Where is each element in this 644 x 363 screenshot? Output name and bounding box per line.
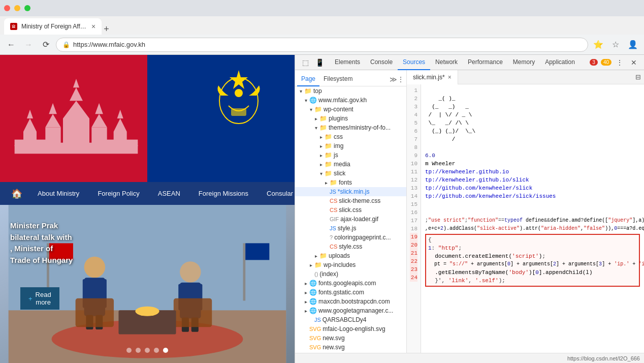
slider-dot-4[interactable]	[154, 348, 159, 353]
slider-dot-5[interactable]	[163, 348, 168, 353]
tab-memory[interactable]: Memory	[508, 55, 540, 70]
tree-label-slick: slick	[334, 170, 345, 177]
close-window-btn[interactable]	[4, 5, 10, 11]
code-tab-close-button[interactable]: ×	[448, 74, 452, 81]
tree-node-plugins[interactable]: ▸ 📁 plugins	[295, 114, 406, 123]
tree-node-uploads[interactable]: ▸ 📁 uploads	[295, 251, 406, 260]
maximize-window-btn[interactable]	[24, 5, 30, 11]
tab-console[interactable]: Console	[365, 55, 398, 70]
tree-node-css[interactable]: ▸ 📁 css	[295, 132, 406, 141]
line-num-24: 24	[410, 274, 417, 282]
tree-node-gstatic[interactable]: ▸ 🌐 fonts.gstatic.com	[295, 288, 406, 297]
devtools-inspect-button[interactable]: ⬚	[299, 56, 311, 69]
tab-elements[interactable]: Elements	[330, 55, 365, 70]
tree-node-domain[interactable]: ▾ 🌐 www.mfaic.gov.kh	[295, 96, 406, 105]
extensions-button[interactable]: ⭐	[591, 38, 605, 52]
tree-node-fonts-google[interactable]: ▸ 🌐 fonts.googleapis.com	[295, 279, 406, 288]
expand-icon-wp-includes: ▸	[307, 262, 314, 268]
tree-node-new-svg-1[interactable]: SVG new.svg	[295, 334, 406, 343]
tree-label-wp: wp-content	[324, 106, 353, 113]
code-line-5: \_ _/ /\ \	[425, 119, 640, 127]
devtools-more-button[interactable]: ✕	[628, 56, 640, 69]
tree-node-ajax-loader[interactable]: GIF ajax-loader.gif	[295, 215, 406, 224]
tree-label-slick-theme: slick-theme.css	[339, 197, 380, 204]
tree-node-top[interactable]: ▾ 📁 top	[295, 86, 406, 96]
tree-node-img[interactable]: ▸ 📁 img	[295, 141, 406, 150]
code-editor[interactable]: 1 2 3 4 5 6 7 8 9 10 11 12 13 14	[407, 84, 644, 353]
line-num-3: 3	[410, 103, 417, 111]
menu-consular-service[interactable]: Consular Service	[257, 182, 295, 205]
slider-dot-1[interactable]	[126, 348, 132, 353]
forward-button[interactable]: →	[21, 38, 36, 52]
back-button[interactable]: ←	[4, 38, 18, 52]
new-tab-button[interactable]: +	[104, 24, 109, 35]
tab-application[interactable]: Application	[540, 55, 580, 70]
slider-dot-3[interactable]	[145, 348, 150, 353]
line-num-23: 23	[410, 265, 417, 274]
account-button[interactable]: 👤	[626, 38, 640, 52]
code-line-12: tp://kenwheeler.github.io/slick	[425, 176, 640, 184]
svg-marker-12	[91, 114, 107, 127]
code-line-14: tp://github.com/kenwheeler/slick/issues	[425, 192, 640, 200]
tab-close-button[interactable]: ×	[91, 22, 95, 31]
file-icon-new2: SVG	[309, 344, 321, 350]
tree-node-media[interactable]: ▸ 📁 media	[295, 160, 406, 169]
tree-node-js[interactable]: ▸ 📁 js	[295, 150, 406, 160]
home-icon[interactable]: 🏠	[5, 188, 28, 199]
expand-icon-top: ▾	[297, 88, 304, 94]
tree-node-index[interactable]: () (index)	[295, 269, 406, 279]
tree-node-slick-css[interactable]: CS slick.css	[295, 205, 406, 215]
tree-node-new-svg-2[interactable]: SVG new.svg	[295, 343, 406, 352]
tab-network[interactable]: Network	[430, 55, 463, 70]
folder-icon-top: 📁	[304, 87, 312, 95]
tree-tab-page[interactable]: Page	[297, 72, 319, 86]
bookmark-button[interactable]: ☆	[608, 38, 623, 52]
svg-marker-21	[230, 70, 248, 89]
active-tab[interactable]: 🏛 Ministry of Foreign Affairs an... ×	[4, 18, 102, 35]
tree-node-wp-content[interactable]: ▾ 📁 wp-content	[295, 105, 406, 114]
code-tab-slick[interactable]: slick.min.js* ×	[407, 70, 458, 84]
reload-button[interactable]: ⟳	[39, 38, 53, 52]
tree-node-gtm[interactable]: ▸ 🌐 www.googletagmanager.c...	[295, 306, 406, 315]
tree-node-style-css[interactable]: CS style.css	[295, 242, 406, 251]
tab-sources[interactable]: Sources	[398, 55, 430, 70]
address-bar[interactable]: 🔒 https://www.mfaic.gov.kh	[56, 38, 588, 52]
line-num-19: 19	[410, 233, 417, 241]
code-line-19: {	[428, 236, 637, 244]
line-numbers: 1 2 3 4 5 6 7 8 9 10 11 12 13 14	[407, 84, 421, 353]
tree-node-fonts[interactable]: ▸ 📁 fonts	[295, 178, 406, 187]
tree-node-slick-theme[interactable]: CS slick-theme.css	[295, 196, 406, 205]
tree-node-slick[interactable]: ▾ 📁 slick	[295, 169, 406, 178]
code-panel-toggle[interactable]: ⊟	[632, 70, 644, 84]
tree-label-ajax: ajax-loader.gif	[340, 216, 378, 223]
read-more-plus-icon: +	[28, 295, 33, 302]
tree-node-style-js[interactable]: JS style.js	[295, 224, 406, 233]
royal-emblem	[213, 65, 264, 136]
tree-node-logo[interactable]: SVG mfaic-Logo-english.svg	[295, 324, 406, 334]
tree-node-wp-includes[interactable]: ▸ 📁 wp-includes	[295, 260, 406, 269]
menu-foreign-missions[interactable]: Foreign Missions	[189, 182, 257, 205]
tab-performance[interactable]: Performance	[463, 55, 508, 70]
hero-text: Minister Prak bilateral talk with , Mini…	[10, 220, 73, 266]
menu-asean[interactable]: ASEAN	[149, 182, 189, 205]
tree-node-coloring[interactable]: ? coloringpageprint.c...	[295, 233, 406, 242]
tree-tab-filesystem[interactable]: Filesystem	[319, 72, 357, 86]
line-num-21: 21	[410, 249, 417, 257]
devtools-settings-button[interactable]: ⋮	[614, 56, 626, 69]
slider-dot-2[interactable]	[136, 348, 141, 353]
tree-label-js: js	[334, 152, 338, 159]
tree-node-maxcdn[interactable]: ▸ 🌐 maxcdn.bootstrapcdn.com	[295, 297, 406, 306]
devtools-mobile-button[interactable]: 📱	[313, 56, 326, 69]
tree-node-qar[interactable]: JS QARSABCLDy4	[295, 315, 406, 324]
menu-about-ministry[interactable]: About Ministry	[28, 182, 88, 205]
tab-security[interactable]: Security	[580, 55, 584, 70]
menu-foreign-policy[interactable]: Foreign Policy	[88, 182, 148, 205]
tree-node-themes[interactable]: ▾ 📁 themes/ministry-of-fo...	[295, 123, 406, 132]
minimize-window-btn[interactable]	[14, 5, 20, 11]
tree-node-slick-min-js[interactable]: JS *slick.min.js	[295, 187, 406, 196]
tree-more-button[interactable]: ≫	[390, 75, 397, 83]
read-more-button[interactable]: + Read more	[20, 287, 59, 310]
expand-icon-js: ▸	[317, 153, 325, 158]
tree-options-button[interactable]: ⋮	[397, 75, 404, 83]
error-badge: 3	[590, 59, 598, 66]
